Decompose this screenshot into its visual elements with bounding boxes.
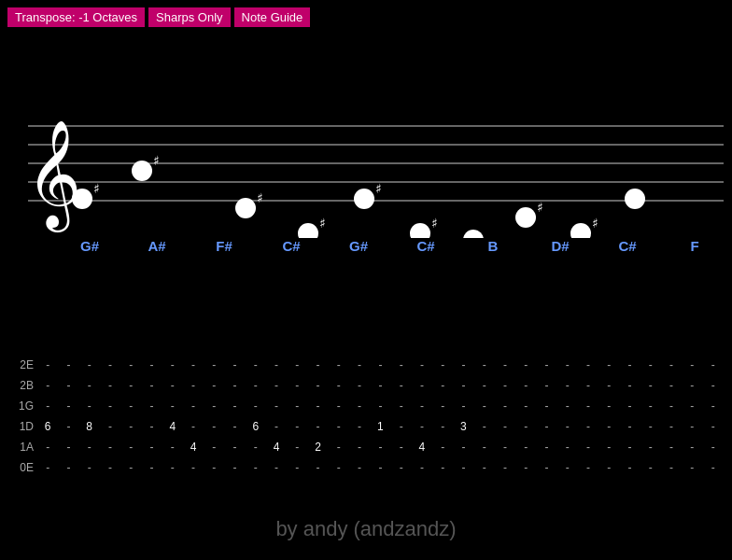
tab-cell: - <box>661 461 682 474</box>
tab-row: 2E--------------------------------- <box>14 355 724 375</box>
tab-cell: - <box>640 358 661 371</box>
tab-cell: - <box>162 379 183 392</box>
note-label: D# <box>527 238 594 254</box>
tab-cell: - <box>640 420 661 433</box>
tab-cell: - <box>349 420 370 433</box>
tab-cell: - <box>266 379 287 392</box>
tab-cell: - <box>204 358 224 371</box>
svg-point-23 <box>625 189 645 209</box>
tab-cell: - <box>578 461 598 474</box>
tab-cell: - <box>183 461 204 474</box>
tab-string-label: 1D <box>14 420 37 433</box>
tab-cell: - <box>391 379 412 392</box>
tab-cell: - <box>412 399 432 413</box>
tab-cell: - <box>307 399 328 413</box>
tab-cell: - <box>329 420 349 433</box>
tab-cell: - <box>162 441 183 454</box>
tab-cell: - <box>204 399 224 413</box>
note-label: G# <box>325 238 392 254</box>
tab-cell: - <box>598 379 619 392</box>
tab-cell: - <box>536 441 556 454</box>
tab-cell: - <box>37 441 58 454</box>
svg-text:♯: ♯ <box>257 191 263 205</box>
tab-row: 1D6-8---4---6-----1---3------------ <box>14 416 724 437</box>
toolbar-button[interactable]: Transpose: -1 Octaves <box>7 7 145 27</box>
svg-text:♯: ♯ <box>153 154 160 168</box>
note-label: C# <box>594 238 661 254</box>
tab-cell: - <box>432 420 453 433</box>
tab-cell: - <box>246 399 266 413</box>
tab-cell: - <box>682 441 702 454</box>
tab-cell: - <box>598 399 619 413</box>
tab-cell: - <box>120 379 141 392</box>
tab-cell: - <box>598 441 619 454</box>
tab-cell: - <box>412 379 432 392</box>
tab-cell: - <box>183 379 204 392</box>
tab-cell: - <box>703 461 724 474</box>
toolbar-button[interactable]: Sharps Only <box>148 7 231 27</box>
tab-cell: - <box>391 358 412 371</box>
footer: by andy (andzandz) <box>0 517 732 541</box>
tab-cell: - <box>79 441 100 454</box>
tab-cell: - <box>432 461 453 474</box>
tab-cell: - <box>307 358 328 371</box>
note-label: C# <box>258 238 325 254</box>
tab-cell: - <box>37 379 58 392</box>
tab-cell: - <box>141 420 162 433</box>
tab-string-label: 2E <box>14 358 37 371</box>
toolbar-button[interactable]: Note Guide <box>234 7 311 27</box>
tab-cell: - <box>307 420 328 433</box>
tab-row: 1A-------4---4-2----4-------------- <box>14 437 724 457</box>
tab-cell: - <box>515 379 536 392</box>
tab-cell: - <box>79 358 100 371</box>
svg-text:♯: ♯ <box>93 182 100 196</box>
tab-cell: - <box>370 441 390 454</box>
tab-cell: - <box>536 461 556 474</box>
tab-cell: - <box>349 399 370 413</box>
tab-cell: - <box>453 358 473 371</box>
tab-cell: - <box>266 399 287 413</box>
tab-cell: - <box>640 441 661 454</box>
tab-cell: - <box>58 399 78 413</box>
tab-cell: - <box>598 420 619 433</box>
svg-point-16 <box>410 223 430 238</box>
tab-cell: - <box>598 461 619 474</box>
tab-cell: - <box>141 399 162 413</box>
tab-string-label: 1G <box>14 399 37 413</box>
svg-point-21 <box>570 223 591 238</box>
tab-cell: - <box>120 441 141 454</box>
tab-cell: - <box>58 420 78 433</box>
tab-cell: - <box>682 420 702 433</box>
tab-cell: - <box>329 441 349 454</box>
tab-cell: - <box>598 358 619 371</box>
tab-cell: - <box>37 358 58 371</box>
tab-cell: - <box>224 399 245 413</box>
svg-point-19 <box>515 207 536 228</box>
tab-cell: - <box>515 461 536 474</box>
tab-cell: - <box>349 358 370 371</box>
tab-cell: - <box>391 461 412 474</box>
tab-cell: - <box>391 420 412 433</box>
tab-cell: - <box>307 379 328 392</box>
tab-cell: - <box>141 379 162 392</box>
tab-cell: - <box>474 379 495 392</box>
tab-cell: - <box>349 379 370 392</box>
tab-cell: - <box>183 399 204 413</box>
note-label: A# <box>123 238 190 254</box>
tab-cell: - <box>515 358 536 371</box>
tab-cell: - <box>661 379 682 392</box>
tab-cell: - <box>224 420 245 433</box>
tab-cell: - <box>246 379 266 392</box>
svg-point-8 <box>132 161 152 181</box>
tab-cell: - <box>703 379 724 392</box>
staff-area: 𝄞 ♯ ♯ ♯ ♯ ♯ ♯ ♯ ♯ <box>0 51 732 238</box>
tab-cell: - <box>474 399 495 413</box>
tab-cell: - <box>619 379 640 392</box>
tab-cell: - <box>37 461 58 474</box>
tab-row: 1G--------------------------------- <box>14 396 724 416</box>
tab-cell: - <box>495 441 515 454</box>
tab-cell: - <box>120 461 141 474</box>
tab-cell: - <box>661 420 682 433</box>
note-label: C# <box>392 238 459 254</box>
tab-cell: - <box>495 358 515 371</box>
